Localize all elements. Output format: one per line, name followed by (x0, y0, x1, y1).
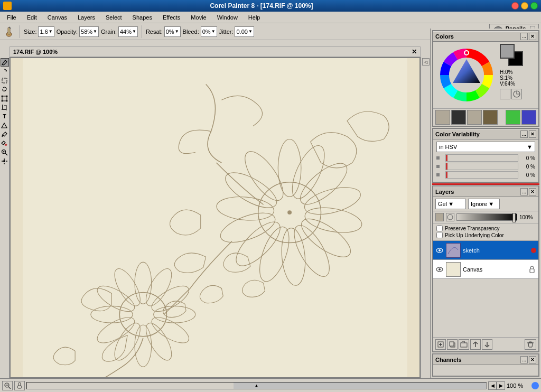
layers-method-dropdown[interactable]: Ignore ▼ (468, 199, 500, 209)
color-mixer-btn[interactable] (511, 89, 522, 99)
sketch-layer-visibility[interactable] (435, 246, 444, 255)
status-progress-handle[interactable]: ▲ (254, 383, 259, 388)
color-swatch-black[interactable] (451, 110, 466, 125)
canvas-layer-visibility[interactable] (435, 265, 444, 274)
eyedropper-tool[interactable] (1, 130, 9, 138)
menu-help[interactable]: Help (244, 13, 265, 22)
layers-panel-close[interactable]: ✕ (529, 188, 536, 195)
pick-up-underlying-checkbox[interactable] (436, 232, 443, 238)
menu-select[interactable]: Select (101, 13, 127, 22)
variability-slider-3[interactable] (445, 171, 518, 179)
paint-bucket-tool[interactable] (1, 139, 9, 147)
status-next-btn[interactable]: ▶ (497, 381, 505, 390)
layers-list: sketch Canvas (433, 241, 538, 337)
menu-canvas[interactable]: Canvas (43, 13, 72, 22)
slider-2-value: 0 % (520, 164, 535, 170)
color-swatch-green[interactable] (506, 110, 520, 125)
canvas-area[interactable] (10, 57, 421, 378)
channels-panel-title: Channels (435, 357, 462, 363)
variability-panel-close[interactable]: ✕ (529, 130, 536, 138)
maximize-button[interactable] (530, 2, 538, 10)
status-progress-bar: ▲ (26, 382, 487, 389)
move-layer-down-button[interactable] (482, 339, 492, 350)
layers-panel-menu[interactable]: … (520, 188, 528, 195)
transform-tool[interactable] (1, 94, 9, 102)
composite-label: Gel (438, 201, 447, 207)
crop-tool[interactable] (1, 103, 9, 111)
menu-edit[interactable]: Edit (22, 13, 42, 22)
delete-layer-button[interactable] (525, 339, 536, 350)
lasso-tool[interactable] (1, 85, 9, 94)
color-wheel[interactable] (435, 44, 498, 106)
colors-content: H:0% S:1% V:64% (433, 42, 538, 108)
svg-point-59 (439, 268, 441, 270)
foreground-color-swatch[interactable] (500, 44, 515, 59)
svg-rect-4 (2, 78, 7, 83)
title-bar: Corel Painter 8 - [174.RIF @ 100%] (0, 0, 541, 12)
variability-mode-dropdown[interactable]: in HSV ▼ (436, 142, 535, 152)
menu-effects[interactable]: Effects (158, 13, 185, 22)
menu-window[interactable]: Window (212, 13, 242, 22)
variability-slider-2[interactable] (445, 163, 518, 170)
layer-item-canvas[interactable]: Canvas (433, 260, 538, 279)
channels-panel-close[interactable]: ✕ (529, 356, 536, 363)
size-dropdown[interactable]: 1.6 ▼ (38, 26, 54, 37)
size-group: Size: 1.6 ▼ (24, 26, 54, 37)
menu-file[interactable]: File (2, 13, 21, 22)
minimize-button[interactable] (521, 2, 528, 10)
menu-movie[interactable]: Movie (186, 13, 211, 22)
merge-layers-button[interactable] (470, 339, 481, 350)
pencil-tool[interactable] (1, 58, 9, 67)
texture-swatch-1[interactable] (435, 110, 450, 125)
channels-panel-menu[interactable]: … (520, 356, 528, 363)
color-wheel-container[interactable] (435, 44, 498, 106)
pan-tool[interactable] (1, 157, 9, 165)
new-layer-button[interactable] (435, 339, 446, 350)
opacity-slider[interactable] (456, 213, 517, 221)
jitter-dropdown[interactable]: 0.00 ▼ (235, 26, 254, 37)
brush-tool-button[interactable] (2, 25, 16, 39)
layers-composite-dropdown[interactable]: Gel ▼ (435, 199, 466, 209)
variability-panel-menu[interactable]: … (520, 130, 528, 138)
flower-sketch-overlay (11, 58, 419, 377)
resat-dropdown[interactable]: 0% ▼ (164, 26, 181, 37)
texture-swatch-2[interactable] (467, 110, 482, 125)
bleed-dropdown[interactable]: 0% ▼ (201, 26, 217, 37)
menu-layers[interactable]: Layers (73, 13, 100, 22)
status-hand-tool[interactable] (14, 381, 25, 390)
status-zoom-out[interactable] (2, 381, 13, 390)
opacity-dropdown[interactable]: 58% ▼ (79, 26, 99, 37)
variability-slider-2-row: 0 % (436, 163, 535, 170)
opacity-handle[interactable] (512, 213, 516, 222)
preserve-transparency-checkbox[interactable] (436, 225, 443, 231)
variability-panel-controls: … ✕ (520, 130, 536, 138)
variability-slider-1-row: 0 % (436, 154, 535, 162)
duplicate-layer-button[interactable] (447, 339, 458, 350)
channels-content (433, 365, 538, 376)
doc-close-button[interactable]: ✕ (412, 48, 417, 55)
colors-panel-menu[interactable]: … (520, 33, 528, 40)
rotate-tool[interactable] (1, 67, 9, 76)
text-tool[interactable]: T (1, 112, 9, 120)
svg-point-57 (439, 249, 441, 251)
layer-item-sketch[interactable]: sketch (433, 241, 538, 260)
shape-tool[interactable] (1, 121, 9, 129)
svg-rect-66 (461, 343, 467, 347)
color-swatch-blue[interactable] (521, 110, 536, 125)
layer-options-btn[interactable] (446, 213, 454, 221)
close-button[interactable] (511, 2, 519, 10)
colors-panel-close[interactable]: ✕ (529, 33, 536, 40)
panel-toggle-1[interactable]: ◁ (422, 58, 430, 66)
variability-slider-1[interactable] (445, 154, 518, 162)
zoom-tool[interactable] (1, 148, 9, 156)
selection-tool[interactable] (1, 76, 9, 85)
menu-shapes[interactable]: Shapes (128, 13, 157, 22)
color-options-btn[interactable] (500, 89, 510, 99)
svg-point-16 (5, 144, 7, 146)
status-prev-btn[interactable]: ◀ (488, 381, 497, 390)
grain-dropdown[interactable]: 44% ▼ (118, 26, 138, 37)
group-layer-button[interactable] (459, 339, 469, 350)
right-panel: Colors … ✕ (430, 29, 541, 378)
title-text: Corel Painter 8 - [174.RIF @ 100%] (12, 2, 511, 10)
color-swatch-dark[interactable] (483, 110, 498, 125)
